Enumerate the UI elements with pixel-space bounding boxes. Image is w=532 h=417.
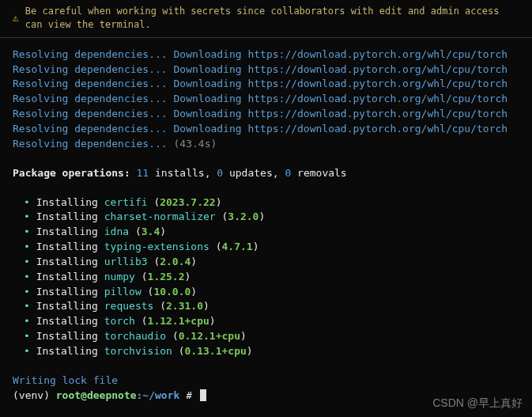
watermark: CSDN @早上真好 xyxy=(432,395,523,411)
install-line: • Installing torch (1.12.1+cpu) xyxy=(13,314,519,329)
resolving-line: Resolving dependencies... Downloading ht… xyxy=(13,122,519,137)
install-line: • Installing urllib3 (2.0.4) xyxy=(13,255,519,270)
install-line: • Installing certifi (2023.7.22) xyxy=(13,195,519,210)
install-line: • Installing typing-extensions (4.7.1) xyxy=(13,240,519,255)
resolving-line: Resolving dependencies... Downloading ht… xyxy=(13,63,519,78)
warning-bar: ⚠ Be careful when working with secrets s… xyxy=(0,0,532,38)
resolving-line: Resolving dependencies... Downloading ht… xyxy=(13,47,519,63)
install-line: • Installing numpy (1.25.2) xyxy=(13,270,519,285)
writing-lock-file: Writing lock file xyxy=(13,373,519,389)
install-line: • Installing charset-normalizer (3.2.0) xyxy=(13,210,519,225)
resolving-line: Resolving dependencies... Downloading ht… xyxy=(13,107,519,122)
resolving-final: Resolving dependencies... (43.4s) xyxy=(13,137,519,152)
install-line: • Installing torchaudio (0.12.1+cpu) xyxy=(13,329,519,344)
resolving-block: Resolving dependencies... Downloading ht… xyxy=(13,47,519,152)
install-line: • Installing pillow (10.0.0) xyxy=(13,285,519,300)
resolving-line: Resolving dependencies... Downloading ht… xyxy=(13,92,519,107)
install-line: • Installing requests (2.31.0) xyxy=(13,299,519,314)
install-line: • Installing torchvision (0.13.1+cpu) xyxy=(13,344,519,359)
warning-text: Be careful when working with secrets sin… xyxy=(25,5,519,32)
warning-icon: ⚠ xyxy=(13,11,19,26)
package-operations-line: Package operations: 11 installs, 0 updat… xyxy=(13,166,519,181)
terminal-output[interactable]: Resolving dependencies... Downloading ht… xyxy=(0,38,532,413)
install-line: • Installing idna (3.4) xyxy=(13,225,519,240)
cursor xyxy=(200,389,206,401)
installs-block: • Installing certifi (2023.7.22)• Instal… xyxy=(13,195,519,359)
resolving-line: Resolving dependencies... Downloading ht… xyxy=(13,77,519,92)
